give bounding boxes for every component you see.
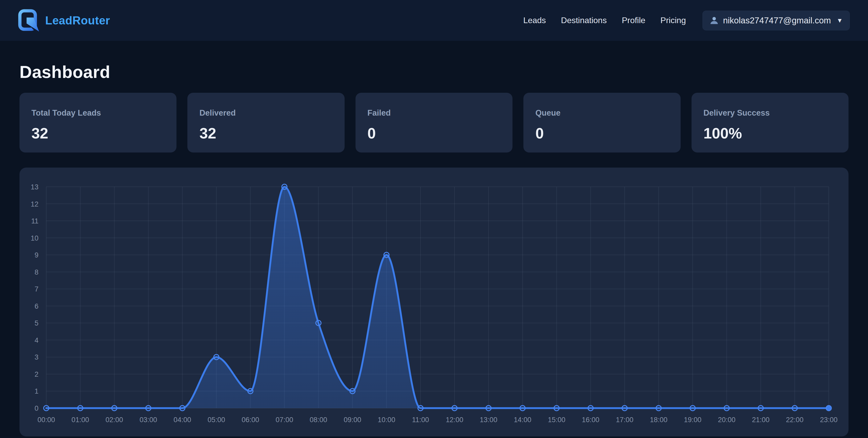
svg-text:0: 0 [35,405,38,412]
stat-card-failed: Failed 0 [355,93,513,153]
chart-panel: 01234567891011121300:0001:0002:0003:0004… [20,167,848,436]
stat-card-delivery-success: Delivery Success 100% [691,93,848,153]
brand[interactable]: LeadRouter [17,8,110,32]
stat-value: 32 [31,124,164,142]
stat-value: 100% [704,124,837,142]
svg-text:11: 11 [31,217,38,225]
svg-text:4: 4 [35,337,38,344]
user-menu[interactable]: nikolas2747477@gmail.com ▼ [703,11,850,30]
svg-text:13:00: 13:00 [480,416,497,424]
svg-text:02:00: 02:00 [105,416,123,424]
chevron-down-icon: ▼ [837,17,843,24]
svg-text:5: 5 [35,319,38,327]
nav-item-leads[interactable]: Leads [523,15,546,25]
leads-chart: 01234567891011121300:0001:0002:0003:0004… [20,167,848,436]
svg-text:10:00: 10:00 [378,416,395,424]
stat-card-queue: Queue 0 [523,93,680,153]
stats-row: Total Today Leads 32 Delivered 32 Failed… [20,93,848,153]
svg-text:21:00: 21:00 [752,416,770,424]
svg-text:14:00: 14:00 [514,416,531,424]
svg-text:09:00: 09:00 [344,416,361,424]
stat-label: Queue [535,108,669,118]
svg-text:10: 10 [31,234,38,242]
svg-text:2: 2 [35,371,38,378]
nav-item-destinations[interactable]: Destinations [561,15,607,25]
svg-text:15:00: 15:00 [548,416,565,424]
dashboard-page: Dashboard Total Today Leads 32 Delivered… [0,62,868,436]
svg-text:22:00: 22:00 [786,416,804,424]
svg-text:6: 6 [35,303,38,310]
page-title: Dashboard [20,62,848,82]
svg-text:04:00: 04:00 [174,416,191,424]
user-email: nikolas2747477@gmail.com [723,15,831,26]
svg-text:00:00: 00:00 [37,416,55,424]
user-icon [710,16,719,25]
svg-text:12:00: 12:00 [446,416,463,424]
nav-item-pricing[interactable]: Pricing [660,15,686,25]
svg-text:11:00: 11:00 [412,416,429,424]
svg-text:08:00: 08:00 [310,416,328,424]
svg-text:05:00: 05:00 [208,416,225,424]
stat-label: Total Today Leads [31,108,164,118]
svg-text:3: 3 [35,353,38,361]
svg-text:13: 13 [31,183,38,191]
svg-text:18:00: 18:00 [650,416,668,424]
svg-text:01:00: 01:00 [71,416,89,424]
nav-item-profile[interactable]: Profile [622,15,646,25]
svg-text:03:00: 03:00 [140,416,157,424]
svg-text:07:00: 07:00 [276,416,293,424]
svg-text:17:00: 17:00 [616,416,633,424]
svg-text:06:00: 06:00 [242,416,259,424]
svg-text:1: 1 [35,387,38,395]
svg-text:12: 12 [31,200,38,208]
stat-card-delivered: Delivered 32 [187,93,344,153]
nav-links: Leads Destinations Profile Pricing [523,15,686,25]
stat-value: 0 [368,124,500,142]
stat-value: 32 [199,124,332,142]
svg-text:9: 9 [35,251,38,259]
svg-text:8: 8 [35,269,38,276]
stat-label: Failed [368,108,500,118]
top-nav: LeadRouter Leads Destinations Profile Pr… [0,0,868,41]
stat-label: Delivery Success [704,108,837,118]
leadrouter-logo-icon [17,8,40,32]
stat-label: Delivered [199,108,332,118]
svg-text:23:00: 23:00 [820,416,838,424]
svg-text:20:00: 20:00 [718,416,736,424]
stat-value: 0 [535,124,669,142]
svg-text:19:00: 19:00 [684,416,702,424]
svg-text:16:00: 16:00 [582,416,599,424]
brand-name: LeadRouter [45,14,110,27]
stat-card-total-today-leads: Total Today Leads 32 [20,93,177,153]
svg-text:7: 7 [35,285,38,293]
